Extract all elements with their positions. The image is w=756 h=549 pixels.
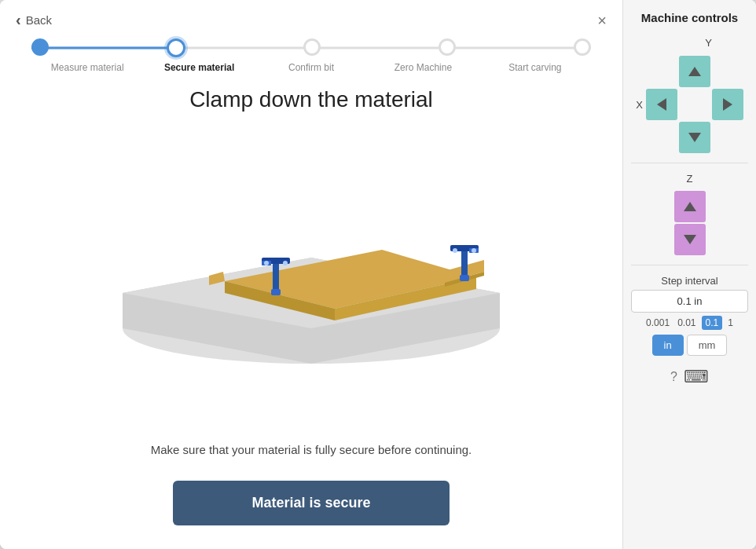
divider-1 <box>631 163 748 163</box>
step-label-4: Zero Machine <box>367 62 479 73</box>
steps-container <box>31 38 591 57</box>
step-label-1: Measure material <box>31 62 143 73</box>
keyboard-icon: ⌨ <box>684 367 709 387</box>
z-up-arrow-icon <box>684 202 696 211</box>
y-axis-label: Y <box>705 37 712 49</box>
down-arrow-icon <box>688 133 701 142</box>
jog-y-minus-button[interactable] <box>679 122 710 153</box>
svg-point-14 <box>264 261 269 265</box>
z-jog-controls <box>674 191 706 255</box>
x-axis-label: X <box>636 99 643 111</box>
machine-controls-panel: Machine controls Y X <box>622 0 756 549</box>
machine-controls-title: Machine controls <box>641 11 738 24</box>
step-dot-2 <box>167 38 185 57</box>
clamp-illustration <box>107 191 516 364</box>
jog-z-minus-button[interactable] <box>674 224 706 255</box>
step-interval-section: Step interval 0.001 0.01 0.1 1 in mm <box>631 275 748 356</box>
unit-mm-button[interactable]: mm <box>687 335 728 356</box>
left-arrow-icon <box>657 98 666 111</box>
svg-point-15 <box>283 261 288 265</box>
step-dot-1 <box>31 38 49 56</box>
z-down-arrow-icon <box>684 235 696 244</box>
unit-buttons: in mm <box>631 335 748 356</box>
step-label-3: Confirm bit <box>255 62 367 73</box>
action-area: Material is secure <box>0 465 622 549</box>
svg-point-21 <box>472 248 476 253</box>
jog-center <box>679 89 710 120</box>
step-dot-3 <box>303 38 321 56</box>
jog-empty-bl <box>646 122 677 153</box>
jog-x-minus-button[interactable] <box>646 89 677 120</box>
back-button[interactable]: Back <box>16 11 52 29</box>
preset-0001-button[interactable]: 0.001 <box>644 316 672 330</box>
step-label-5: Start carving <box>479 62 591 73</box>
unit-in-button[interactable]: in <box>652 335 684 356</box>
back-label: Back <box>26 13 52 27</box>
page-title: Clamp down the material <box>0 87 622 112</box>
up-arrow-icon <box>688 67 701 76</box>
jog-x-plus-button[interactable] <box>712 89 743 120</box>
step-label-2: Secure material <box>143 62 255 73</box>
main-panel: Back × Measure material Secure material <box>0 0 622 549</box>
step-interval-label: Step interval <box>631 275 748 287</box>
description-text: Make sure that your material is fully se… <box>0 435 622 466</box>
keyboard-shortcut-section: ? ⌨ <box>670 367 709 387</box>
step-labels: Measure material Secure material Confirm… <box>31 62 591 73</box>
preset-1-button[interactable]: 1 <box>725 316 736 330</box>
close-button[interactable]: × <box>597 13 607 28</box>
preset-001-button[interactable]: 0.01 <box>675 316 698 330</box>
step-interval-input[interactable] <box>631 290 748 313</box>
jog-empty-tr <box>712 56 743 87</box>
right-arrow-icon <box>723 98 732 111</box>
step-presets: 0.001 0.01 0.1 1 <box>631 316 748 330</box>
jog-empty-tl <box>646 56 677 87</box>
material-secure-button[interactable]: Material is secure <box>173 481 449 525</box>
z-axis-label: Z <box>687 173 693 185</box>
help-icon: ? <box>670 370 677 384</box>
step-dot-4 <box>439 38 456 56</box>
svg-rect-18 <box>460 275 469 281</box>
step-dot-5 <box>574 38 591 56</box>
top-bar: Back × <box>0 0 622 29</box>
illustration-area <box>0 120 622 435</box>
xy-jog-grid <box>646 56 743 153</box>
progress-section: Measure material Secure material Confirm… <box>0 29 622 73</box>
preset-01-button[interactable]: 0.1 <box>702 316 723 330</box>
svg-point-20 <box>453 248 457 253</box>
svg-rect-12 <box>271 289 281 295</box>
divider-2 <box>631 265 748 265</box>
jog-y-plus-button[interactable] <box>679 56 710 87</box>
jog-z-plus-button[interactable] <box>674 191 706 222</box>
jog-empty-br <box>712 122 743 153</box>
progress-bar <box>31 38 591 57</box>
